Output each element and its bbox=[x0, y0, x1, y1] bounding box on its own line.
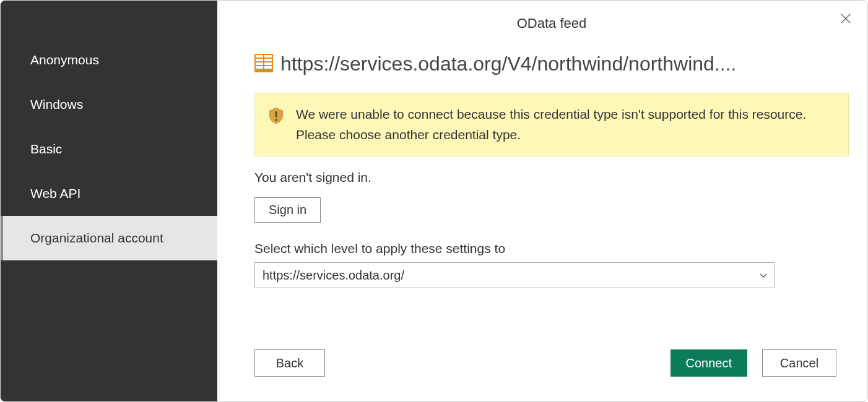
level-select-label: Select which level to apply these settin… bbox=[254, 241, 849, 256]
svg-rect-5 bbox=[256, 59, 263, 61]
sidebar-item-organizational-account[interactable]: Organizational account bbox=[1, 216, 217, 260]
sidebar-item-basic[interactable]: Basic bbox=[1, 127, 217, 171]
odata-credentials-dialog: Anonymous Windows Basic Web API Organiza… bbox=[0, 0, 868, 402]
data-source-url: https://services.odata.org/V4/northwind/… bbox=[280, 53, 736, 75]
svg-rect-4 bbox=[264, 55, 272, 58]
warning-banner: We were unable to connect because this c… bbox=[254, 93, 849, 156]
svg-rect-10 bbox=[264, 66, 272, 69]
svg-rect-7 bbox=[256, 62, 263, 65]
svg-rect-11 bbox=[276, 111, 277, 118]
svg-rect-8 bbox=[264, 62, 272, 65]
sign-in-button[interactable]: Sign in bbox=[254, 197, 321, 223]
svg-rect-3 bbox=[256, 55, 263, 58]
back-button[interactable]: Back bbox=[254, 349, 325, 377]
sidebar-item-windows[interactable]: Windows bbox=[1, 82, 217, 127]
warning-icon bbox=[269, 107, 284, 127]
data-source-url-row: https://services.odata.org/V4/northwind/… bbox=[254, 53, 849, 75]
warning-message: We were unable to connect because this c… bbox=[296, 105, 835, 145]
svg-point-12 bbox=[275, 119, 277, 121]
dialog-footer: Back Connect Cancel bbox=[254, 349, 836, 377]
connect-button[interactable]: Connect bbox=[671, 349, 748, 377]
data-source-icon bbox=[254, 54, 273, 75]
dialog-title: OData feed bbox=[254, 15, 849, 32]
svg-rect-6 bbox=[264, 59, 272, 61]
close-icon bbox=[839, 12, 853, 25]
main-panel: OData feed htt bbox=[217, 1, 867, 401]
signin-status-text: You aren't signed in. bbox=[254, 170, 849, 185]
credential-type-sidebar: Anonymous Windows Basic Web API Organiza… bbox=[1, 1, 217, 401]
cancel-button[interactable]: Cancel bbox=[762, 349, 836, 377]
close-button[interactable] bbox=[839, 12, 853, 28]
svg-rect-9 bbox=[256, 66, 263, 69]
level-select[interactable]: https://services.odata.org/ bbox=[254, 262, 775, 288]
sidebar-item-anonymous[interactable]: Anonymous bbox=[1, 38, 217, 82]
sidebar-item-web-api[interactable]: Web API bbox=[1, 171, 217, 216]
